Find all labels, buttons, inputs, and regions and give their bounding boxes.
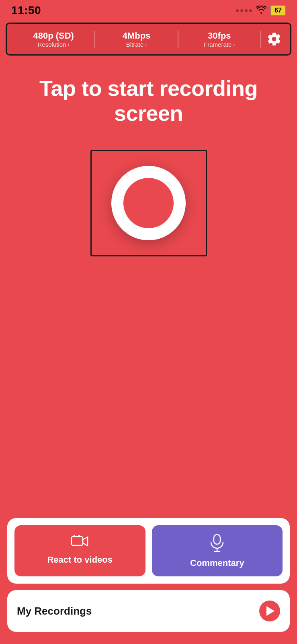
- commentary-label: Commentary: [190, 558, 244, 568]
- status-right: 67: [236, 5, 286, 16]
- settings-bar[interactable]: 480p (SD) Resolution › 4Mbps Bitrate › 3…: [6, 23, 291, 56]
- signal-dot-1: [236, 9, 239, 12]
- svg-rect-0: [72, 537, 83, 545]
- svg-rect-1: [74, 535, 75, 537]
- resolution-chevron: ›: [68, 41, 69, 47]
- svg-rect-2: [78, 535, 80, 537]
- framerate-selector[interactable]: 30fps Framerate ›: [178, 31, 261, 48]
- status-bar: 11:50 67: [0, 0, 297, 19]
- framerate-value: 30fps: [182, 31, 257, 41]
- record-circle-inner: [123, 178, 174, 228]
- status-time: 11:50: [11, 4, 41, 17]
- signal-dot-2: [240, 9, 243, 12]
- wifi-icon: [256, 6, 266, 16]
- svg-rect-3: [214, 535, 220, 544]
- bitrate-value: 4Mbps: [98, 31, 174, 41]
- commentary-button[interactable]: Commentary: [152, 525, 283, 576]
- microphone-icon: [210, 534, 224, 554]
- recordings-label: My Recordings: [17, 605, 92, 617]
- settings-button[interactable]: [264, 29, 285, 50]
- react-to-videos-button[interactable]: React to videos: [14, 525, 145, 576]
- video-camera-icon: [71, 534, 89, 551]
- battery-badge: 67: [270, 5, 286, 16]
- my-recordings-card[interactable]: My Recordings: [7, 590, 290, 632]
- bottom-section: React to videos Commentary My Recordings: [0, 518, 297, 644]
- resolution-value: 480p (SD): [16, 31, 91, 41]
- main-title: Tap to start recording screen: [0, 56, 297, 126]
- record-button-frame[interactable]: [90, 150, 207, 256]
- framerate-chevron: ›: [233, 41, 235, 47]
- play-button[interactable]: [259, 601, 280, 621]
- signal-dot-4: [249, 9, 252, 12]
- signal-dots: [236, 9, 252, 12]
- bitrate-chevron: ›: [145, 41, 147, 47]
- play-triangle-icon: [266, 606, 274, 616]
- bitrate-selector[interactable]: 4Mbps Bitrate ›: [95, 31, 178, 48]
- resolution-label: Resolution ›: [16, 41, 91, 48]
- signal-dot-3: [245, 9, 248, 12]
- resolution-selector[interactable]: 480p (SD) Resolution ›: [12, 31, 95, 48]
- action-card: React to videos Commentary: [7, 518, 290, 584]
- record-area[interactable]: [0, 150, 297, 256]
- gear-icon: [266, 31, 282, 47]
- react-to-videos-label: React to videos: [47, 555, 113, 565]
- framerate-label: Framerate ›: [182, 41, 257, 48]
- bitrate-label: Bitrate ›: [98, 41, 174, 48]
- record-circle-outer[interactable]: [111, 166, 186, 240]
